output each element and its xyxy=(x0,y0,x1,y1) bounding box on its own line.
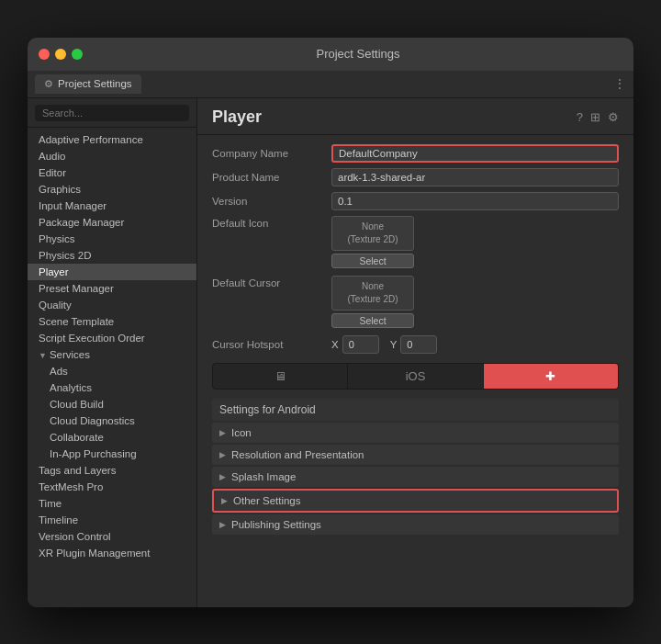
project-settings-window: Project Settings ⚙ Project Settings ⋮ Ad… xyxy=(28,38,633,607)
gear-icon: ⚙ xyxy=(44,78,53,90)
default-cursor-row: Default Cursor None(Texture 2D) Select xyxy=(212,276,619,328)
cursor-hotspot-row: Cursor Hotspot X Y xyxy=(212,335,619,354)
product-name-input[interactable] xyxy=(331,168,619,186)
settings-for-android-label: Settings for Android xyxy=(212,399,619,421)
collapse-arrow-resolution-icon: ▶ xyxy=(219,450,226,459)
default-cursor-select-button[interactable]: Select xyxy=(331,313,414,328)
close-button[interactable] xyxy=(39,49,50,60)
default-cursor-selector: None(Texture 2D) Select xyxy=(331,276,414,328)
maximize-button[interactable] xyxy=(72,49,83,60)
sidebar-item-time[interactable]: Time xyxy=(28,495,196,512)
search-input[interactable] xyxy=(35,105,189,121)
tab-label: Project Settings xyxy=(58,78,132,89)
tab-more-button[interactable]: ⋮ xyxy=(613,76,626,91)
sidebar-item-in-app-purchasing[interactable]: In-App Purchasing xyxy=(28,446,196,462)
sidebar-item-xr-plugin-management[interactable]: XR Plugin Management xyxy=(28,545,196,561)
sidebar: Adaptive Performance Audio Editor Graphi… xyxy=(28,98,197,607)
content-area: Adaptive Performance Audio Editor Graphi… xyxy=(28,98,633,607)
platform-tabs: 🖥 iOS ✚ xyxy=(212,363,619,390)
section-splash-label: Splash Image xyxy=(231,471,296,482)
search-bar xyxy=(28,98,196,128)
titlebar: Project Settings xyxy=(28,38,633,71)
main-header: Player ? ⊞ ⚙ xyxy=(197,98,633,135)
product-name-row: Product Name xyxy=(212,168,619,186)
sidebar-item-textmesh-pro[interactable]: TextMesh Pro xyxy=(28,479,196,495)
hotspot-y-input[interactable] xyxy=(400,335,437,354)
sidebar-item-tags-and-layers[interactable]: Tags and Layers xyxy=(28,462,196,479)
default-icon-row: Default Icon None(Texture 2D) Select xyxy=(212,216,619,268)
main-content: Company Name Product Name Version Defaul… xyxy=(197,135,633,607)
sidebar-item-services[interactable]: ▼Services xyxy=(28,346,196,363)
company-name-label: Company Name xyxy=(212,148,331,159)
sidebar-item-adaptive-performance[interactable]: Adaptive Performance xyxy=(28,131,196,148)
tab-android[interactable]: ✚ xyxy=(484,364,618,389)
sidebar-item-quality[interactable]: Quality xyxy=(28,297,196,313)
hotspot-y-label: Y xyxy=(390,339,398,350)
sidebar-item-version-control[interactable]: Version Control xyxy=(28,528,196,545)
tab-project-settings[interactable]: ⚙ Project Settings xyxy=(35,74,141,94)
version-input[interactable] xyxy=(331,192,619,210)
sidebar-item-ads[interactable]: Ads xyxy=(28,363,196,379)
collapse-arrow-splash-icon: ▶ xyxy=(219,472,226,481)
section-icon-label: Icon xyxy=(231,427,252,438)
default-icon-label: Default Icon xyxy=(212,216,331,229)
sidebar-item-cloud-build[interactable]: Cloud Build xyxy=(28,396,196,412)
tab-ios[interactable]: iOS xyxy=(348,364,483,389)
collapse-arrow-icon: ▶ xyxy=(219,428,226,437)
sidebar-item-editor[interactable]: Editor xyxy=(28,164,196,181)
page-title: Player xyxy=(212,107,262,127)
sidebar-item-scene-template[interactable]: Scene Template xyxy=(28,313,196,330)
company-name-row: Company Name xyxy=(212,144,619,163)
sidebar-item-timeline[interactable]: Timeline xyxy=(28,512,196,528)
sidebar-item-analytics[interactable]: Analytics xyxy=(28,379,196,396)
default-icon-texture-box: None(Texture 2D) xyxy=(331,216,414,251)
version-row: Version xyxy=(212,192,619,210)
sidebar-item-cloud-diagnostics[interactable]: Cloud Diagnostics xyxy=(28,412,196,429)
sidebar-item-script-execution-order[interactable]: Script Execution Order xyxy=(28,330,196,346)
section-other-settings-label: Other Settings xyxy=(233,495,301,506)
hotspot-x-label: X xyxy=(331,339,339,350)
company-name-input[interactable] xyxy=(331,144,619,163)
product-name-label: Product Name xyxy=(212,172,331,183)
sidebar-item-audio[interactable]: Audio xyxy=(28,148,196,164)
sidebar-item-package-manager[interactable]: Package Manager xyxy=(28,214,196,231)
window-title: Project Settings xyxy=(94,47,622,61)
section-other-settings[interactable]: ▶ Other Settings xyxy=(212,489,619,513)
cursor-hotspot-label: Cursor Hotspot xyxy=(212,339,331,350)
sidebar-item-physics-2d[interactable]: Physics 2D xyxy=(28,247,196,264)
hotspot-x-input[interactable] xyxy=(342,335,379,354)
sidebar-item-preset-manager[interactable]: Preset Manager xyxy=(28,280,196,297)
collapse-arrow-publishing-icon: ▶ xyxy=(219,520,226,529)
settings-icon[interactable]: ⚙ xyxy=(608,110,619,124)
sidebar-item-input-manager[interactable]: Input Manager xyxy=(28,198,196,214)
hotspot-y-field: Y xyxy=(390,335,438,354)
sidebar-item-collaborate[interactable]: Collaborate xyxy=(28,429,196,446)
version-label: Version xyxy=(212,196,331,207)
help-icon[interactable]: ? xyxy=(577,110,583,124)
hotspot-x-field: X xyxy=(331,335,379,354)
section-splash[interactable]: ▶ Splash Image xyxy=(212,467,619,487)
sidebar-item-graphics[interactable]: Graphics xyxy=(28,181,196,198)
default-icon-selector: None(Texture 2D) Select xyxy=(331,216,414,268)
collapse-arrow-other-icon: ▶ xyxy=(221,496,228,505)
sidebar-item-physics[interactable]: Physics xyxy=(28,231,196,247)
section-resolution[interactable]: ▶ Resolution and Presentation xyxy=(212,445,619,465)
header-icons: ? ⊞ ⚙ xyxy=(577,110,619,124)
minimize-button[interactable] xyxy=(55,49,66,60)
default-cursor-texture-box: None(Texture 2D) xyxy=(331,276,414,311)
tab-desktop[interactable]: 🖥 xyxy=(213,364,348,389)
sidebar-item-player[interactable]: Player xyxy=(28,264,196,280)
section-publishing[interactable]: ▶ Publishing Settings xyxy=(212,514,619,535)
tab-bar: ⚙ Project Settings ⋮ xyxy=(28,71,633,98)
sidebar-list: Adaptive Performance Audio Editor Graphi… xyxy=(28,128,196,607)
section-resolution-label: Resolution and Presentation xyxy=(231,449,364,460)
default-icon-select-button[interactable]: Select xyxy=(331,254,414,268)
traffic-lights xyxy=(39,49,83,60)
hotspot-coords: X Y xyxy=(331,335,437,354)
main-panel: Player ? ⊞ ⚙ Company Name Product Name xyxy=(197,98,633,607)
layout-icon[interactable]: ⊞ xyxy=(590,110,600,124)
default-cursor-label: Default Cursor xyxy=(212,276,331,288)
section-publishing-label: Publishing Settings xyxy=(231,519,321,530)
section-icon[interactable]: ▶ Icon xyxy=(212,423,619,443)
